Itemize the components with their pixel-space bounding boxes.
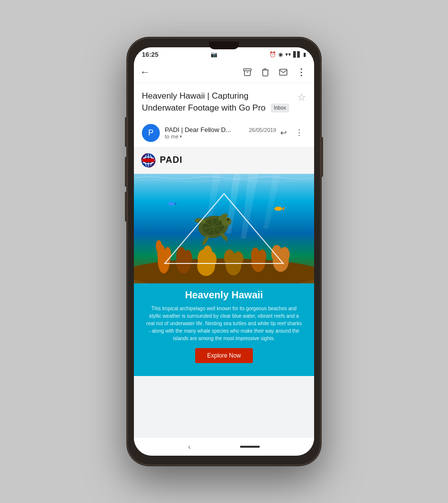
gmail-toolbar: ← ⋮: [134, 61, 314, 83]
explore-now-button[interactable]: Explore Now: [195, 348, 253, 363]
back-button[interactable]: ←: [140, 66, 150, 78]
svg-point-25: [203, 246, 212, 259]
nav-bar: ‹: [134, 438, 314, 456]
padi-logo-text: PADI: [160, 155, 183, 165]
phone-screen: 16:25 📷 ⏰ ◉ ▾▾ ▋▋ ▮ ←: [134, 47, 314, 456]
reply-button[interactable]: ↩: [276, 126, 290, 140]
email-content[interactable]: PADI: [134, 147, 314, 438]
underwater-svg: [134, 174, 314, 283]
sender-info: PADI | Dear Fellow D... 26/05/2019 to me…: [165, 126, 276, 139]
status-time: 16:25: [142, 51, 158, 58]
sender-row: P PADI | Dear Fellow D... 26/05/2019 to …: [134, 119, 314, 147]
battery-icon: ▮: [303, 51, 306, 58]
svg-point-44: [274, 207, 282, 211]
instagram-icon: 📷: [211, 51, 218, 58]
email-title-section: Heavenly Hawaii This tropical archipelag…: [141, 289, 307, 363]
camera-notch: [209, 41, 239, 49]
sender-more-button[interactable]: ⋮: [292, 126, 306, 140]
sender-to[interactable]: to me ▾: [165, 133, 276, 139]
wifi-icon: ▾▾: [285, 51, 291, 58]
phone-shell: 16:25 📷 ⏰ ◉ ▾▾ ▋▋ ▮ ←: [127, 37, 321, 466]
svg-point-31: [258, 250, 266, 262]
nav-home-bar[interactable]: [240, 446, 260, 448]
email-subject-area: Heavenly Hawaii | Capturing Underwater F…: [134, 83, 314, 119]
signal-icon: ▋▋: [293, 51, 301, 58]
status-bar: 16:25 📷 ⏰ ◉ ▾▾ ▋▋ ▮: [134, 47, 314, 61]
hero-image: [134, 174, 314, 283]
email-subject: Heavenly Hawaii | Capturing Underwater F…: [142, 90, 293, 114]
alarm-icon: ⏰: [269, 51, 276, 58]
sender-name: PADI | Dear Fellow D...: [165, 126, 231, 133]
email-body: PADI: [134, 147, 314, 376]
svg-point-34: [280, 247, 290, 262]
padi-globe-icon: [141, 153, 156, 168]
nav-back-button[interactable]: ‹: [188, 443, 191, 451]
svg-point-21: [183, 250, 192, 265]
svg-point-46: [168, 202, 174, 205]
sender-date: 26/05/2019: [249, 127, 276, 133]
svg-rect-0: [244, 69, 251, 71]
sender-avatar: P: [142, 124, 160, 142]
svg-point-18: [156, 240, 162, 252]
sender-actions: ↩ ⋮: [276, 126, 306, 140]
email-main-title: Heavenly Hawaii: [141, 289, 307, 301]
underwater-scene: [134, 174, 314, 283]
status-icons: ⏰ ◉ ▾▾ ▋▋ ▮: [269, 51, 306, 58]
delete-button[interactable]: [258, 65, 272, 79]
archive-button[interactable]: [240, 65, 254, 79]
more-button[interactable]: ⋮: [294, 65, 308, 79]
brightness-icon: ◉: [278, 51, 283, 58]
mail-button[interactable]: [276, 65, 290, 79]
email-lower: Heavenly Hawaii This tropical archipelag…: [134, 283, 314, 376]
star-icon[interactable]: ☆: [297, 91, 306, 103]
inbox-badge: Inbox: [271, 104, 289, 113]
padi-header: PADI: [134, 147, 314, 174]
email-description: This tropical archipelago well known for…: [141, 305, 307, 342]
